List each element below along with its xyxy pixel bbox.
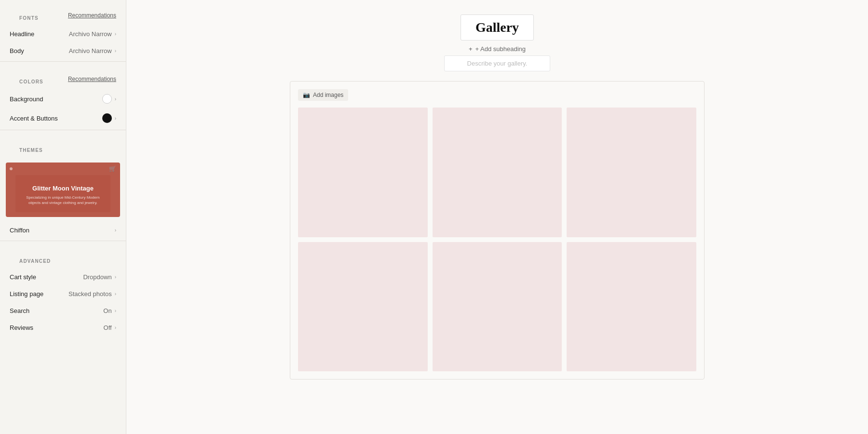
- gallery-header: Gallery + + Add subheading Describe your…: [444, 14, 550, 71]
- gallery-cell[interactable]: [567, 108, 696, 237]
- cart-style-chevron-icon: ›: [115, 274, 116, 280]
- search-label: Search: [10, 307, 29, 314]
- gallery-cell[interactable]: [298, 108, 428, 237]
- gallery-cell[interactable]: [567, 242, 696, 372]
- headline-value: Archivo Narrow ›: [69, 30, 116, 38]
- chiffon-label: Chiffon: [10, 227, 29, 234]
- plus-icon: +: [469, 45, 473, 53]
- themes-section-header: THEMES: [0, 132, 126, 158]
- gallery-cell[interactable]: [433, 242, 562, 372]
- advanced-label: ADVANCED: [10, 250, 61, 267]
- fonts-recommendations-link[interactable]: Recommendations: [68, 12, 116, 19]
- cart-style-row[interactable]: Cart style Dropdown ›: [0, 269, 126, 285]
- reviews-row[interactable]: Reviews Off ›: [0, 319, 126, 336]
- gallery-title-wrapper: Gallery: [461, 14, 534, 41]
- body-row[interactable]: Body Archivo Narrow ›: [0, 42, 126, 59]
- theme-name: Glitter Moon Vintage: [22, 185, 104, 192]
- listing-page-label: Listing page: [10, 290, 43, 298]
- cart-style-label: Cart style: [10, 273, 36, 281]
- reviews-value: Off ›: [104, 324, 116, 331]
- theme-preview-inner: Glitter Moon Vintage Specializing in uni…: [15, 175, 110, 212]
- theme-preview[interactable]: 🛒 Glitter Moon Vintage Specializing in u…: [6, 163, 120, 217]
- colors-label: COLORS: [10, 70, 53, 87]
- search-row[interactable]: Search On ›: [0, 302, 126, 319]
- fonts-label: FONTS: [10, 7, 48, 24]
- accent-value: ›: [102, 113, 116, 123]
- gallery-description[interactable]: Describe your gallery.: [444, 55, 550, 71]
- accent-chevron-icon: ›: [115, 116, 116, 121]
- accent-row[interactable]: Accent & Buttons ›: [0, 108, 126, 128]
- gallery-title[interactable]: Gallery: [475, 20, 519, 35]
- background-label: Background: [10, 95, 43, 103]
- theme-preview-topbar: 🛒: [6, 163, 120, 175]
- sidebar: FONTS Recommendations Headline Archivo N…: [0, 0, 126, 434]
- gallery-grid: [298, 108, 696, 371]
- background-chevron-icon: ›: [115, 96, 116, 102]
- body-label: Body: [10, 47, 24, 54]
- add-images-button[interactable]: 📷 Add images: [298, 89, 348, 101]
- search-chevron-icon: ›: [115, 308, 116, 313]
- reviews-label: Reviews: [10, 324, 33, 331]
- main-content: Gallery + + Add subheading Describe your…: [126, 0, 868, 434]
- listing-page-chevron-icon: ›: [115, 291, 116, 297]
- gallery-cell[interactable]: [298, 242, 428, 372]
- accent-label: Accent & Buttons: [10, 115, 58, 122]
- advanced-section-header: ADVANCED: [0, 243, 126, 269]
- chiffon-value: ›: [115, 228, 116, 233]
- listing-page-value: Stacked photos ›: [68, 290, 116, 298]
- theme-body: Specializing in unique Mid-Century Moder…: [22, 195, 104, 205]
- chiffon-chevron-icon: ›: [115, 228, 116, 233]
- background-color-swatch: [102, 94, 112, 104]
- gallery-section: 📷 Add images: [290, 81, 705, 380]
- body-value: Archivo Narrow ›: [69, 47, 116, 54]
- add-subheading-button[interactable]: + + Add subheading: [469, 45, 526, 53]
- theme-dot-icon: [10, 167, 13, 170]
- gallery-cell[interactable]: [433, 108, 562, 237]
- colors-recommendations-link[interactable]: Recommendations: [68, 76, 116, 82]
- colors-section-header: COLORS Recommendations: [0, 64, 126, 89]
- headline-label: Headline: [10, 30, 34, 38]
- headline-row[interactable]: Headline Archivo Narrow ›: [0, 26, 126, 42]
- divider-2: [0, 130, 126, 130]
- divider-3: [0, 241, 126, 241]
- chiffon-row[interactable]: Chiffon ›: [0, 222, 126, 239]
- reviews-chevron-icon: ›: [115, 325, 116, 330]
- search-value: On ›: [103, 307, 116, 314]
- themes-label: THEMES: [10, 139, 53, 156]
- fonts-section-header: FONTS Recommendations: [0, 0, 126, 26]
- divider-1: [0, 61, 126, 62]
- background-value: ›: [102, 94, 116, 104]
- accent-color-swatch: [102, 113, 112, 123]
- background-row[interactable]: Background ›: [0, 89, 126, 108]
- headline-chevron-icon: ›: [115, 31, 116, 37]
- body-chevron-icon: ›: [115, 48, 116, 54]
- listing-page-row[interactable]: Listing page Stacked photos ›: [0, 285, 126, 302]
- camera-icon: 📷: [303, 92, 310, 98]
- theme-cart-icon: 🛒: [109, 165, 116, 172]
- cart-style-value: Dropdown ›: [83, 273, 116, 281]
